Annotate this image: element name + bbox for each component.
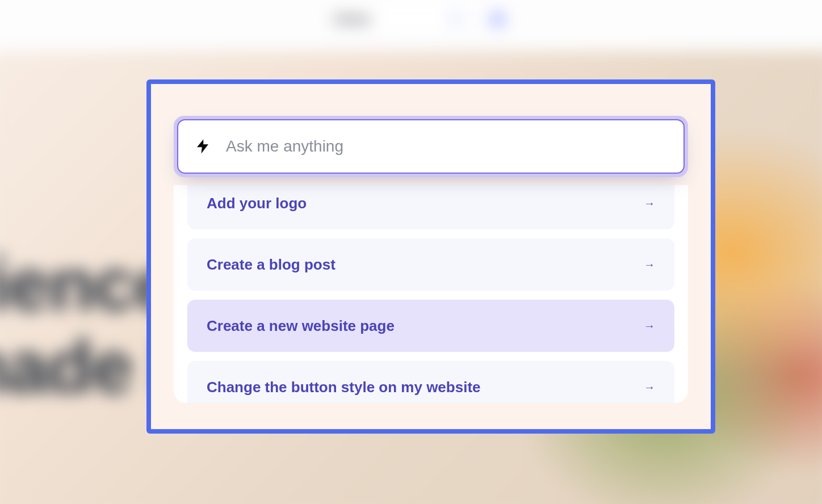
arrow-right-icon: → bbox=[644, 381, 655, 394]
suggestion-change-button-style[interactable]: Change the button style on my website → bbox=[187, 361, 674, 403]
suggestion-label: Change the button style on my website bbox=[207, 379, 481, 396]
page-nav-pill: Home + bbox=[324, 3, 470, 36]
ai-assistant-highlight-frame: Add your logo → Create a blog post → Cre… bbox=[146, 79, 715, 434]
suggestion-label: Create a new website page bbox=[207, 317, 395, 335]
suggestion-create-new-page[interactable]: Create a new website page → bbox=[187, 300, 674, 352]
globe-icon bbox=[490, 12, 505, 27]
lightning-bolt-icon bbox=[194, 138, 211, 155]
plus-icon: + bbox=[450, 11, 458, 28]
suggestions-list: Add your logo → Create a blog post → Cre… bbox=[187, 185, 674, 403]
ask-input[interactable] bbox=[226, 137, 668, 156]
suggestion-add-logo[interactable]: Add your logo → bbox=[187, 185, 674, 229]
arrow-right-icon: → bbox=[644, 320, 655, 333]
nav-pill-label: Home bbox=[334, 12, 370, 27]
ask-input-container[interactable] bbox=[177, 119, 685, 174]
globe-button bbox=[481, 3, 514, 36]
ask-input-wrapper bbox=[174, 116, 688, 177]
suggestion-label: Add your logo bbox=[207, 195, 307, 212]
suggestion-create-blog-post[interactable]: Create a blog post → bbox=[187, 238, 674, 291]
arrow-right-icon: → bbox=[644, 197, 655, 210]
suggestion-label: Create a blog post bbox=[207, 256, 335, 274]
arrow-right-icon: → bbox=[644, 258, 655, 271]
suggestions-panel: Add your logo → Create a blog post → Cre… bbox=[174, 185, 688, 403]
